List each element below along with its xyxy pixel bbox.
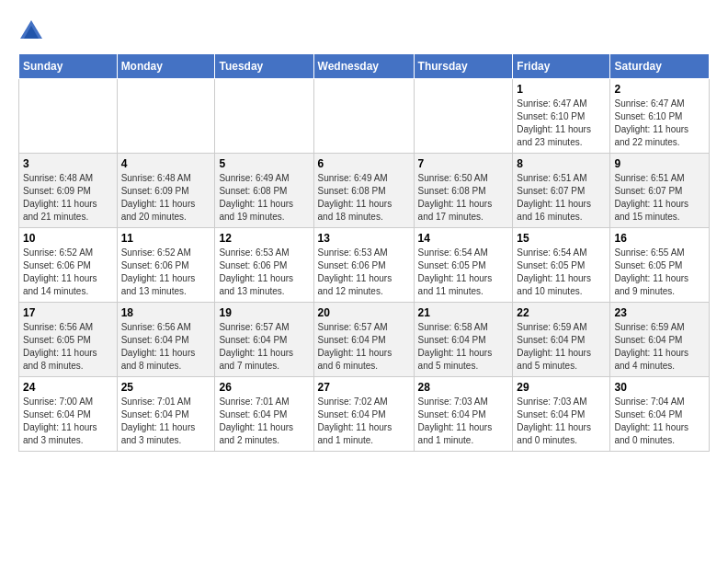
day-info: Sunrise: 6:55 AM Sunset: 6:05 PM Dayligh… [614, 247, 705, 298]
day-info: Sunrise: 7:03 AM Sunset: 6:04 PM Dayligh… [517, 396, 606, 447]
day-number: 25 [121, 381, 211, 394]
day-info: Sunrise: 6:53 AM Sunset: 6:06 PM Dayligh… [318, 247, 410, 298]
day-number: 6 [318, 157, 410, 170]
day-number: 17 [23, 306, 113, 319]
calendar-cell [215, 79, 313, 154]
calendar-cell: 21Sunrise: 6:58 AM Sunset: 6:04 PM Dayli… [414, 303, 513, 377]
day-number: 13 [318, 232, 410, 245]
day-info: Sunrise: 6:57 AM Sunset: 6:04 PM Dayligh… [219, 321, 309, 373]
calendar-cell: 28Sunrise: 7:03 AM Sunset: 6:04 PM Dayli… [414, 377, 513, 452]
day-info: Sunrise: 6:59 AM Sunset: 6:04 PM Dayligh… [517, 321, 606, 373]
weekday-header: Tuesday [215, 54, 313, 79]
day-info: Sunrise: 6:48 AM Sunset: 6:09 PM Dayligh… [23, 172, 113, 224]
day-number: 23 [614, 306, 705, 319]
day-number: 14 [418, 232, 509, 245]
page-header [18, 18, 710, 44]
day-number: 2 [614, 83, 705, 96]
day-info: Sunrise: 6:58 AM Sunset: 6:04 PM Dayligh… [418, 321, 509, 373]
day-info: Sunrise: 6:56 AM Sunset: 6:04 PM Dayligh… [121, 321, 211, 373]
calendar-week-row: 10Sunrise: 6:52 AM Sunset: 6:06 PM Dayli… [19, 228, 710, 303]
calendar-table: SundayMondayTuesdayWednesdayThursdayFrid… [18, 53, 710, 452]
day-number: 7 [418, 157, 509, 170]
calendar-cell: 17Sunrise: 6:56 AM Sunset: 6:05 PM Dayli… [19, 303, 118, 377]
calendar-cell: 8Sunrise: 6:51 AM Sunset: 6:07 PM Daylig… [513, 154, 610, 228]
day-info: Sunrise: 7:01 AM Sunset: 6:04 PM Dayligh… [121, 396, 211, 447]
calendar-cell: 20Sunrise: 6:57 AM Sunset: 6:04 PM Dayli… [313, 303, 414, 377]
day-number: 12 [219, 232, 309, 245]
calendar-cell: 16Sunrise: 6:55 AM Sunset: 6:05 PM Dayli… [610, 228, 710, 303]
weekday-header: Wednesday [313, 54, 414, 79]
calendar-cell: 19Sunrise: 6:57 AM Sunset: 6:04 PM Dayli… [215, 303, 313, 377]
day-number: 22 [517, 306, 606, 319]
day-number: 19 [219, 306, 309, 319]
calendar-cell: 27Sunrise: 7:02 AM Sunset: 6:04 PM Dayli… [313, 377, 414, 452]
weekday-header: Thursday [414, 54, 513, 79]
day-info: Sunrise: 7:00 AM Sunset: 6:04 PM Dayligh… [23, 396, 113, 447]
day-number: 1 [517, 83, 606, 96]
day-info: Sunrise: 6:54 AM Sunset: 6:05 PM Dayligh… [517, 247, 606, 298]
day-number: 5 [219, 157, 309, 170]
calendar-cell: 25Sunrise: 7:01 AM Sunset: 6:04 PM Dayli… [117, 377, 215, 452]
day-number: 27 [318, 381, 410, 394]
day-info: Sunrise: 6:49 AM Sunset: 6:08 PM Dayligh… [318, 172, 410, 224]
day-number: 28 [418, 381, 509, 394]
weekday-header: Friday [513, 54, 610, 79]
calendar-cell: 10Sunrise: 6:52 AM Sunset: 6:06 PM Dayli… [19, 228, 118, 303]
day-info: Sunrise: 6:50 AM Sunset: 6:08 PM Dayligh… [418, 172, 509, 224]
day-number: 4 [121, 157, 211, 170]
day-number: 30 [614, 381, 705, 394]
day-info: Sunrise: 6:57 AM Sunset: 6:04 PM Dayligh… [318, 321, 410, 373]
calendar-cell: 9Sunrise: 6:51 AM Sunset: 6:07 PM Daylig… [610, 154, 710, 228]
calendar-cell: 15Sunrise: 6:54 AM Sunset: 6:05 PM Dayli… [513, 228, 610, 303]
calendar-cell: 2Sunrise: 6:47 AM Sunset: 6:10 PM Daylig… [610, 79, 710, 154]
day-info: Sunrise: 6:53 AM Sunset: 6:06 PM Dayligh… [219, 247, 309, 298]
calendar-cell: 12Sunrise: 6:53 AM Sunset: 6:06 PM Dayli… [215, 228, 313, 303]
calendar-cell: 11Sunrise: 6:52 AM Sunset: 6:06 PM Dayli… [117, 228, 215, 303]
day-number: 10 [23, 232, 113, 245]
weekday-header: Saturday [610, 54, 710, 79]
day-number: 9 [614, 157, 705, 170]
day-info: Sunrise: 6:51 AM Sunset: 6:07 PM Dayligh… [517, 172, 606, 224]
calendar-cell: 6Sunrise: 6:49 AM Sunset: 6:08 PM Daylig… [313, 154, 414, 228]
day-info: Sunrise: 6:51 AM Sunset: 6:07 PM Dayligh… [614, 172, 705, 224]
calendar-cell [313, 79, 414, 154]
calendar-cell: 3Sunrise: 6:48 AM Sunset: 6:09 PM Daylig… [19, 154, 118, 228]
day-number: 21 [418, 306, 509, 319]
logo [18, 18, 48, 44]
calendar-week-row: 24Sunrise: 7:00 AM Sunset: 6:04 PM Dayli… [19, 377, 710, 452]
logo-icon [18, 18, 44, 44]
calendar-week-row: 1Sunrise: 6:47 AM Sunset: 6:10 PM Daylig… [19, 79, 710, 154]
day-info: Sunrise: 7:04 AM Sunset: 6:04 PM Dayligh… [614, 396, 705, 447]
weekday-header: Sunday [19, 54, 118, 79]
weekday-header-row: SundayMondayTuesdayWednesdayThursdayFrid… [19, 54, 710, 79]
day-info: Sunrise: 6:52 AM Sunset: 6:06 PM Dayligh… [121, 247, 211, 298]
day-number: 18 [121, 306, 211, 319]
calendar-cell: 30Sunrise: 7:04 AM Sunset: 6:04 PM Dayli… [610, 377, 710, 452]
day-info: Sunrise: 6:54 AM Sunset: 6:05 PM Dayligh… [418, 247, 509, 298]
calendar-cell: 29Sunrise: 7:03 AM Sunset: 6:04 PM Dayli… [513, 377, 610, 452]
day-number: 29 [517, 381, 606, 394]
calendar-cell: 22Sunrise: 6:59 AM Sunset: 6:04 PM Dayli… [513, 303, 610, 377]
calendar-cell: 7Sunrise: 6:50 AM Sunset: 6:08 PM Daylig… [414, 154, 513, 228]
calendar-cell [19, 79, 118, 154]
day-number: 20 [318, 306, 410, 319]
day-number: 11 [121, 232, 211, 245]
calendar-week-row: 17Sunrise: 6:56 AM Sunset: 6:05 PM Dayli… [19, 303, 710, 377]
day-info: Sunrise: 6:49 AM Sunset: 6:08 PM Dayligh… [219, 172, 309, 224]
calendar-cell: 13Sunrise: 6:53 AM Sunset: 6:06 PM Dayli… [313, 228, 414, 303]
day-info: Sunrise: 7:01 AM Sunset: 6:04 PM Dayligh… [219, 396, 309, 447]
day-info: Sunrise: 7:02 AM Sunset: 6:04 PM Dayligh… [318, 396, 410, 447]
calendar-cell: 4Sunrise: 6:48 AM Sunset: 6:09 PM Daylig… [117, 154, 215, 228]
calendar-cell: 18Sunrise: 6:56 AM Sunset: 6:04 PM Dayli… [117, 303, 215, 377]
calendar-cell: 23Sunrise: 6:59 AM Sunset: 6:04 PM Dayli… [610, 303, 710, 377]
calendar-cell [414, 79, 513, 154]
calendar-cell [117, 79, 215, 154]
day-info: Sunrise: 6:59 AM Sunset: 6:04 PM Dayligh… [614, 321, 705, 373]
day-info: Sunrise: 6:47 AM Sunset: 6:10 PM Dayligh… [517, 98, 606, 149]
day-number: 26 [219, 381, 309, 394]
day-number: 24 [23, 381, 113, 394]
weekday-header: Monday [117, 54, 215, 79]
day-info: Sunrise: 7:03 AM Sunset: 6:04 PM Dayligh… [418, 396, 509, 447]
day-number: 16 [614, 232, 705, 245]
day-number: 8 [517, 157, 606, 170]
